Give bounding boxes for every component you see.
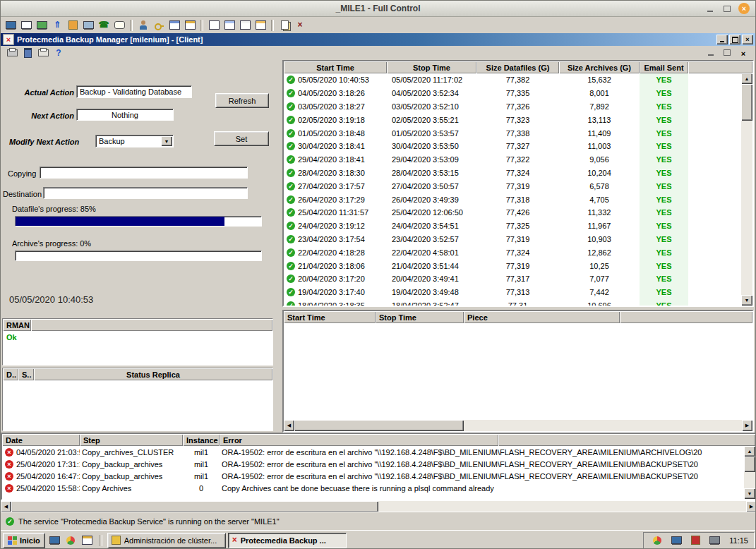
restore-button[interactable]: [721, 3, 733, 14]
column-header-size-archives-g[interactable]: Size Archives (G): [559, 61, 640, 73]
column-header-rman[interactable]: RMAN: [3, 319, 31, 331]
column-header-email-sent[interactable]: Email Sent: [640, 61, 688, 73]
error-table-vscrollbar[interactable]: ▲ ▼: [744, 446, 755, 499]
backup-row[interactable]: ✓01/05/2020 3:18:4801/05/2020 3:53:5777,…: [284, 126, 741, 140]
app-window-blue-icon[interactable]: [222, 18, 237, 32]
window-blue-icon[interactable]: [167, 18, 182, 32]
chat-icon[interactable]: [112, 18, 127, 32]
send-keys-icon[interactable]: ⇑: [49, 18, 65, 32]
column-header-d[interactable]: D..: [3, 368, 18, 380]
help-icon[interactable]: ?: [51, 46, 66, 60]
column-header-stop-time[interactable]: Stop Time: [376, 311, 464, 323]
scroll-down-icon[interactable]: ▼: [744, 488, 755, 499]
error-row[interactable]: ×25/04/2020 17:31:10Copy_backup_archives…: [2, 458, 744, 470]
blank-screen-icon[interactable]: [18, 18, 34, 32]
backup-row[interactable]: ✓26/04/2020 3:17:2926/04/2020 3:49:3977,…: [284, 193, 741, 206]
tray-display-icon[interactable]: [668, 533, 684, 548]
error-row[interactable]: ×25/04/2020 15:58:39Copy Archives0Copy A…: [2, 482, 744, 494]
scroll-right-icon[interactable]: ▶: [746, 501, 756, 512]
column-header-s[interactable]: S..: [18, 368, 34, 380]
backup-row[interactable]: ✓20/04/2020 3:17:2020/04/2020 3:49:4177,…: [284, 272, 741, 286]
column-header-error[interactable]: Error: [220, 434, 498, 446]
backup-row[interactable]: ✓19/04/2020 3:17:4019/04/2020 3:49:4877,…: [284, 286, 741, 299]
backup-row[interactable]: ✓29/04/2020 3:18:4129/04/2020 3:53:0977,…: [284, 153, 741, 167]
backup-row[interactable]: ✓27/04/2020 3:17:5727/04/2020 3:50:5777,…: [284, 179, 741, 193]
tray-network-icon[interactable]: [707, 533, 722, 548]
column-header-date[interactable]: Date: [2, 434, 80, 446]
error-row[interactable]: ×04/05/2020 21:03:57Copy_archives_CLUSTE…: [2, 446, 744, 458]
app-window-orange-icon[interactable]: [253, 18, 268, 32]
chevron-down-icon[interactable]: ▼: [161, 136, 172, 146]
column-header-start-time[interactable]: Start Time: [284, 311, 376, 323]
dual-monitor-icon[interactable]: [80, 18, 96, 32]
column-header-step[interactable]: Step: [80, 434, 183, 446]
scroll-up-icon[interactable]: ▲: [741, 73, 752, 84]
scroll-thumb[interactable]: [294, 420, 464, 431]
copying-field[interactable]: [40, 167, 248, 179]
mdi-close-button[interactable]: ×: [738, 49, 748, 58]
phone-icon[interactable]: ☎: [96, 18, 112, 32]
column-header-status-replica[interactable]: Status Replica: [34, 368, 272, 380]
column-header-stop-time[interactable]: Stop Time: [387, 61, 476, 73]
scroll-left-icon[interactable]: ◀: [1, 501, 11, 512]
backup-row[interactable]: ✓23/04/2020 3:17:5423/04/2020 3:52:5777,…: [284, 233, 741, 246]
column-header-start-time[interactable]: Start Time: [284, 61, 387, 73]
column-header-piece[interactable]: Piece: [464, 311, 620, 323]
scroll-down-icon[interactable]: ▼: [741, 295, 752, 306]
mdi-restore-button[interactable]: [722, 49, 732, 58]
column-header-size-datafiles-g[interactable]: Size Datafiles (G): [476, 61, 559, 73]
backup-row[interactable]: ✓22/04/2020 4:18:2822/04/2020 4:58:0177,…: [284, 246, 741, 259]
backup-row[interactable]: ✓04/05/2020 3:18:2604/05/2020 3:52:3477,…: [284, 87, 741, 100]
clipboard-icon[interactable]: [65, 18, 80, 32]
scroll-thumb[interactable]: [741, 84, 752, 121]
user-session-icon[interactable]: [136, 18, 151, 32]
quicklaunch-explorer-icon[interactable]: [64, 533, 78, 548]
backup-row[interactable]: ✓30/04/2020 3:18:4130/04/2020 3:53:5077,…: [284, 140, 741, 153]
set-button[interactable]: Set: [214, 131, 269, 146]
window-gold-icon[interactable]: [182, 18, 198, 32]
backup-row[interactable]: ✓18/04/2020 3:18:3518/04/2020 3:52:4777,…: [284, 299, 741, 306]
minimize-button[interactable]: [704, 3, 716, 14]
destination-field[interactable]: [43, 187, 248, 199]
error-row[interactable]: ×25/04/2020 16:47:24Copy_backup_archives…: [2, 470, 744, 482]
refresh-screen-icon[interactable]: [34, 18, 49, 32]
start-button[interactable]: Inicio: [3, 533, 45, 548]
remote-screen-icon[interactable]: [3, 18, 18, 32]
scroll-thumb[interactable]: [11, 501, 378, 512]
file-transfer-icon[interactable]: [277, 18, 292, 32]
backup-row[interactable]: ✓28/04/2020 3:18:3028/04/2020 3:53:1577,…: [284, 167, 741, 180]
refresh-button[interactable]: Refresh: [215, 93, 269, 108]
scroll-thumb[interactable]: [744, 457, 755, 472]
piece-table-hscrollbar[interactable]: ◀ ▶: [284, 420, 752, 431]
backup-row[interactable]: ✓03/05/2020 3:18:2703/05/2020 3:52:1077,…: [284, 100, 741, 114]
error-table-hscrollbar[interactable]: ◀ ▶: [1, 500, 756, 512]
window-minimize-button[interactable]: [716, 35, 728, 44]
backup-row[interactable]: ✓21/04/2020 3:18:0621/04/2020 3:51:4477,…: [284, 259, 741, 272]
modify-next-action-select[interactable]: Backup ▼: [95, 135, 174, 147]
window-close-button[interactable]: ×: [742, 35, 753, 44]
backup-table-vscrollbar[interactable]: ▲ ▼: [741, 73, 752, 306]
close-button[interactable]: ×: [738, 3, 750, 14]
app-window-icon[interactable]: [206, 18, 222, 32]
quicklaunch-desktop-icon[interactable]: [47, 533, 62, 548]
quicklaunch-app-icon[interactable]: [80, 533, 95, 548]
app-window-white-icon[interactable]: [237, 18, 253, 32]
hotkey-icon[interactable]: [151, 18, 167, 32]
backup-row[interactable]: ✓24/04/2020 3:19:1224/04/2020 3:54:5177,…: [284, 219, 741, 233]
scroll-right-icon[interactable]: ▶: [742, 420, 752, 431]
preview-icon[interactable]: [35, 46, 51, 60]
delete-icon[interactable]: [20, 46, 35, 60]
mdi-minimize-button[interactable]: [706, 49, 716, 58]
backup-row[interactable]: ✓02/05/2020 3:19:1802/05/2020 3:55:2177,…: [284, 113, 741, 126]
tools-icon[interactable]: ×: [292, 18, 308, 32]
task-button-administraci-n-de-cl-ster[interactable]: Administración de clúster...: [107, 533, 226, 548]
tray-update-icon[interactable]: [649, 533, 665, 548]
scroll-left-icon[interactable]: ◀: [284, 420, 294, 431]
actual-action-field[interactable]: [76, 85, 192, 98]
next-action-field[interactable]: [76, 109, 174, 121]
tray-agent-icon[interactable]: [688, 533, 703, 548]
backup-row[interactable]: ✓25/04/2020 11:31:5725/04/2020 12:06:507…: [284, 206, 741, 219]
window-maximize-button[interactable]: [729, 35, 740, 44]
task-button-protecmedia-backup[interactable]: ×Protecmedia Backup ...: [228, 533, 347, 548]
backup-row[interactable]: ✓05/05/2020 10:40:5305/05/2020 11:17:027…: [284, 73, 741, 87]
